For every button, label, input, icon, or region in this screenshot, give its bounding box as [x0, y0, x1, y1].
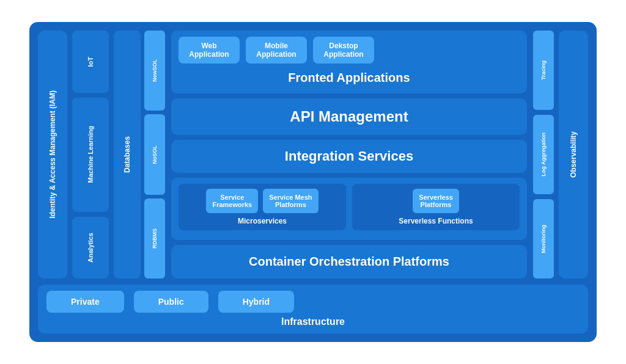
observability-label-text: Observability [569, 131, 578, 178]
databases-label-box: Databases [114, 31, 141, 278]
micro-serverless-section: ServiceFrameworks Service MeshPlatforms … [171, 178, 527, 240]
center-area: WebApplication MobileApplication Dekstop… [171, 31, 527, 278]
fronted-apps-section: WebApplication MobileApplication Dekstop… [171, 31, 527, 93]
iot-box: IoT [72, 31, 109, 93]
db-type-nosol: NoSOL [144, 114, 165, 194]
service-frameworks-card: ServiceFrameworks [206, 189, 258, 213]
integration-services-section: Integration Services [171, 140, 527, 173]
observability-column: Observability [559, 31, 588, 278]
infra-cards-row: Private Public Hybrid [46, 291, 580, 313]
log-aggregation-box: Log Aggregation [533, 115, 554, 194]
public-card: Public [134, 291, 208, 313]
private-card: Private [46, 291, 124, 313]
integration-services-label: Integration Services [285, 148, 413, 164]
tracing-label: Tracing [540, 60, 547, 80]
right-column: Tracing Log Aggregation Monitoring Obser… [533, 31, 588, 278]
iam-label: Identity & Access Management (IAM) [48, 90, 57, 219]
app-cards-row: WebApplication MobileApplication Dekstop… [179, 37, 520, 64]
container-orchestration-label: Container Orchestration Platforms [249, 255, 449, 268]
db-types-column: NewSOL NoSOL RDBMS [144, 31, 165, 278]
microservices-cards: ServiceFrameworks Service MeshPlatforms [206, 189, 318, 213]
analytics-label: Analytics [87, 233, 94, 263]
container-orchestration-section: Container Orchestration Platforms [171, 245, 527, 278]
service-frameworks-label: ServiceFrameworks [212, 194, 252, 208]
fronted-applications-label: Fronted Applications [179, 68, 520, 87]
hybrid-card: Hybrid [218, 291, 294, 313]
databases-label: Databases [123, 136, 131, 173]
api-management-section: API Management [171, 98, 527, 135]
desktop-app-label: DekstopApplication [323, 42, 363, 59]
serverless-functions-label: Serverless Functions [399, 217, 473, 225]
infrastructure-label: Infrastructure [46, 316, 580, 327]
iot-ml-analytics-column: IoT Machine Learning Analytics [72, 31, 109, 278]
observability-items: Tracing Log Aggregation Monitoring [533, 31, 554, 278]
ml-label: Machine Learning [87, 126, 94, 183]
hybrid-label: Hybrid [243, 297, 270, 307]
web-application-card: WebApplication [179, 37, 240, 64]
monitoring-label: Monitoring [540, 225, 547, 253]
serverless-platforms-card: ServerlessPlatforms [413, 189, 459, 213]
service-mesh-card: Service MeshPlatforms [263, 189, 318, 213]
public-label: Public [158, 297, 184, 307]
iam-column: Identity & Access Management (IAM) [38, 31, 67, 278]
mobile-app-label: MobileApplication [256, 42, 296, 59]
infrastructure-section: Private Public Hybrid Infrastructure [38, 285, 588, 333]
microservices-label: Microservices [238, 217, 287, 225]
serverless-cards: ServerlessPlatforms [413, 189, 459, 213]
nosol-label: NoSOL [152, 145, 158, 164]
top-section: Identity & Access Management (IAM) IoT M… [38, 31, 588, 278]
databases-column: Databases NewSOL NoSOL RDBMS [114, 31, 165, 278]
microservices-group: ServiceFrameworks Service MeshPlatforms … [179, 184, 346, 230]
log-aggregation-label: Log Aggregation [540, 133, 547, 177]
api-management-label: API Management [290, 108, 408, 125]
analytics-box: Analytics [72, 217, 109, 279]
ml-box: Machine Learning [72, 98, 109, 212]
db-type-rdbms: RDBMS [144, 198, 165, 278]
service-mesh-label: Service MeshPlatforms [269, 194, 312, 208]
serverless-platforms-label: ServerlessPlatforms [419, 194, 453, 208]
serverless-group: ServerlessPlatforms Serverless Functions [352, 184, 520, 230]
newsol-label: NewSOL [152, 59, 158, 82]
mobile-application-card: MobileApplication [246, 37, 307, 64]
db-type-newsol: NewSOL [144, 31, 165, 111]
web-app-label: WebApplication [189, 42, 229, 59]
rdbms-label: RDBMS [152, 228, 158, 249]
iot-label: IoT [87, 57, 94, 67]
left-columns: Identity & Access Management (IAM) IoT M… [38, 31, 165, 278]
monitoring-box: Monitoring [533, 199, 554, 278]
service-cards-row: ServiceFrameworks Service MeshPlatforms … [179, 184, 520, 230]
desktop-application-card: DekstopApplication [313, 37, 374, 64]
outer-box: Identity & Access Management (IAM) IoT M… [29, 22, 597, 342]
diagram-wrapper: Identity & Access Management (IAM) IoT M… [20, 12, 606, 352]
private-label: Private [71, 297, 100, 307]
tracing-box: Tracing [533, 31, 554, 110]
